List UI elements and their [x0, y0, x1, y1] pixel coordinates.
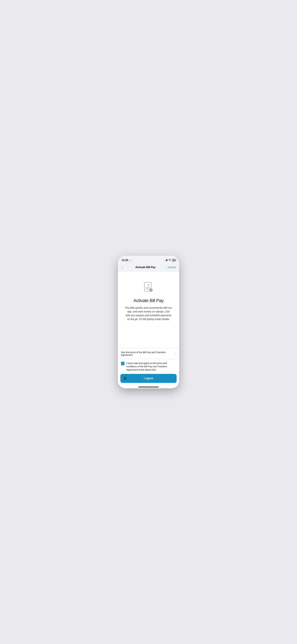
status-time: 11:23 — [122, 259, 128, 262]
bottom-section: See the terms of the Bill Pay and Transf… — [118, 348, 179, 388]
button-dot — [123, 377, 127, 380]
phone-frame: 11:23 🌙 36 ‹ Activate B — [118, 256, 179, 388]
terms-row[interactable]: See the terms of the Bill Pay and Transf… — [118, 348, 179, 359]
agree-button-label: I agree — [144, 377, 153, 380]
nav-title: Activate Bill Pay — [135, 266, 156, 269]
checkmark-icon: ✓ — [122, 362, 124, 365]
agreement-text: I have read and agree to the terms and c… — [126, 362, 176, 371]
terms-label: See the terms of the Bill Pay and Transf… — [121, 351, 175, 356]
home-indicator — [118, 385, 179, 388]
svg-point-5 — [149, 288, 153, 292]
bill-pay-icon: $ — [142, 281, 155, 294]
signal-bars-icon — [165, 259, 167, 261]
svg-text:$: $ — [148, 284, 149, 287]
home-bar — [138, 386, 159, 388]
status-icons: 36 — [165, 259, 175, 262]
wifi-icon — [168, 259, 171, 262]
cancel-button[interactable]: Cancel — [168, 266, 176, 269]
chevron-right-icon: › — [175, 352, 176, 355]
battery-level: 36 — [173, 259, 175, 261]
nav-bar: ‹ Activate Bill Pay Cancel — [118, 264, 179, 272]
battery-icon: 36 — [172, 259, 175, 262]
agreement-checkbox[interactable]: ✓ — [121, 362, 124, 365]
moon-icon: 🌙 — [129, 259, 132, 262]
i-agree-button[interactable]: I agree — [120, 374, 177, 383]
page-heading: Activate Bill Pay — [133, 298, 164, 303]
back-button[interactable]: ‹ — [121, 265, 123, 270]
agree-checkbox-row: ✓ I have read and agree to the terms and… — [118, 359, 179, 373]
page-description: Pay bills quickly and conveniently with … — [125, 306, 172, 321]
status-bar: 11:23 🌙 36 — [118, 256, 179, 264]
